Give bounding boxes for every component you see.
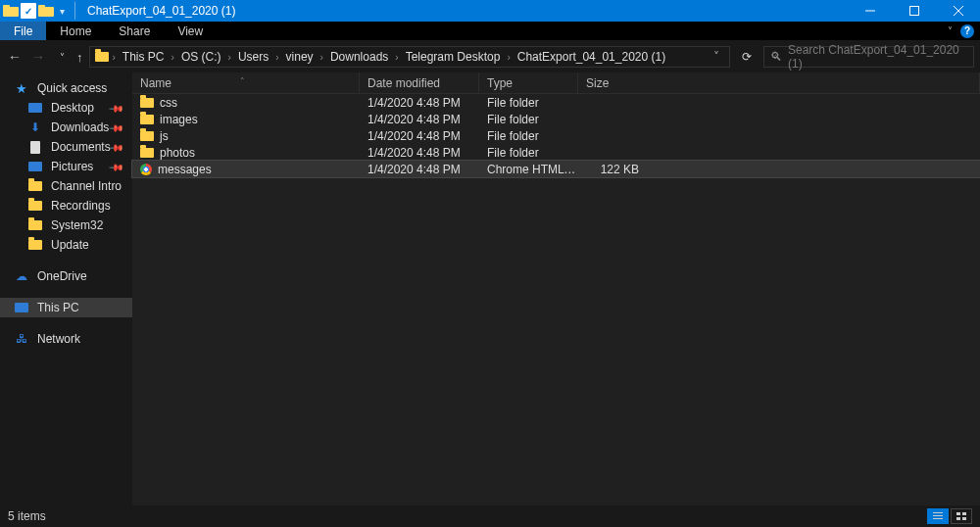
file-date: 1/4/2020 4:48 PM bbox=[360, 163, 479, 176]
sidebar-item-downloads[interactable]: ⬇ Downloads 📌 bbox=[0, 118, 132, 137]
crumb-telegram[interactable]: Telegram Desktop bbox=[402, 50, 505, 64]
close-button[interactable] bbox=[936, 0, 980, 22]
sidebar-item-onedrive[interactable]: ☁ OneDrive bbox=[0, 266, 132, 286]
minimize-button[interactable] bbox=[848, 0, 892, 22]
qat-properties-icon[interactable]: ✓ bbox=[21, 3, 36, 19]
qat-newfolder-icon[interactable] bbox=[38, 5, 54, 17]
sidebar-item-update[interactable]: Update bbox=[0, 235, 132, 255]
crumb-sep-icon[interactable]: › bbox=[110, 52, 119, 63]
file-date: 1/4/2020 4:48 PM bbox=[360, 146, 479, 160]
pin-icon: 📌 bbox=[109, 100, 124, 116]
sidebar-item-label: Pictures bbox=[51, 160, 93, 173]
pin-icon: 📌 bbox=[109, 139, 124, 155]
ribbon-expand-icon[interactable]: ˅ bbox=[948, 25, 953, 36]
table-row[interactable]: css1/4/2020 4:48 PMFile folder bbox=[132, 94, 980, 111]
table-row[interactable]: messages1/4/2020 4:48 PMChrome HTML Docu… bbox=[132, 161, 980, 177]
file-name: js bbox=[160, 129, 169, 143]
column-size[interactable]: Size bbox=[578, 72, 980, 93]
desktop-icon bbox=[28, 103, 42, 113]
file-size: 122 KB bbox=[578, 163, 647, 176]
crumb-current[interactable]: ChatExport_04_01_2020 (1) bbox=[514, 50, 669, 64]
sidebar-item-desktop[interactable]: Desktop 📌 bbox=[0, 98, 132, 118]
file-date: 1/4/2020 4:48 PM bbox=[360, 129, 479, 143]
nav-row: ← → ˅ ↑ › This PC › OS (C:) › Users › vi… bbox=[0, 41, 980, 72]
column-type[interactable]: Type bbox=[479, 72, 578, 93]
tab-share[interactable]: Share bbox=[105, 22, 164, 40]
tab-file[interactable]: File bbox=[0, 22, 46, 40]
pc-icon bbox=[15, 303, 28, 312]
app-folder-icon bbox=[3, 5, 19, 17]
document-icon bbox=[30, 141, 40, 154]
column-date[interactable]: Date modified bbox=[360, 72, 479, 93]
download-icon: ⬇ bbox=[27, 120, 43, 134]
help-icon[interactable]: ? bbox=[960, 24, 974, 38]
nav-history-icon[interactable]: ˅ bbox=[53, 52, 71, 63]
nav-forward-button[interactable]: → bbox=[29, 49, 47, 65]
sidebar-item-quick-access[interactable]: ★ Quick access bbox=[0, 78, 132, 98]
pin-icon: 📌 bbox=[109, 120, 124, 135]
table-row[interactable]: images1/4/2020 4:48 PMFile folder bbox=[132, 111, 980, 127]
crumb-sep-icon[interactable]: › bbox=[392, 52, 401, 63]
sidebar-item-this-pc[interactable]: This PC bbox=[0, 298, 132, 317]
sidebar-item-label: OneDrive bbox=[37, 269, 87, 283]
crumb-sep-icon[interactable]: › bbox=[169, 52, 177, 63]
search-placeholder: Search ChatExport_04_01_2020 (1) bbox=[788, 43, 967, 71]
view-details-button[interactable] bbox=[927, 508, 949, 524]
crumb-downloads[interactable]: Downloads bbox=[326, 50, 392, 64]
refresh-button[interactable]: ⟳ bbox=[736, 50, 758, 64]
sort-ascending-icon: ˄ bbox=[240, 76, 245, 86]
file-name: messages bbox=[158, 163, 212, 176]
file-name: css bbox=[160, 96, 177, 110]
sidebar-item-label: Update bbox=[51, 238, 89, 252]
sidebar-item-documents[interactable]: Documents 📌 bbox=[0, 137, 132, 157]
folder-icon bbox=[28, 181, 42, 191]
chrome-icon bbox=[140, 164, 152, 175]
sidebar-item-recordings[interactable]: Recordings bbox=[0, 196, 132, 216]
sidebar-item-label: Desktop bbox=[51, 101, 94, 115]
search-icon: 🔍︎ bbox=[770, 50, 782, 64]
nav-back-button[interactable]: ← bbox=[6, 49, 24, 65]
column-headers: Name ˄ Date modified Type Size bbox=[132, 72, 980, 94]
file-date: 1/4/2020 4:48 PM bbox=[360, 96, 479, 110]
tab-home[interactable]: Home bbox=[46, 22, 105, 40]
title-separator bbox=[74, 2, 75, 20]
crumb-sep-icon[interactable]: › bbox=[272, 52, 281, 63]
sidebar-item-label: Quick access bbox=[37, 81, 107, 95]
search-input[interactable]: 🔍︎ Search ChatExport_04_01_2020 (1) bbox=[763, 46, 974, 68]
sidebar-item-label: Channel Intro bbox=[51, 179, 122, 193]
sidebar-item-system32[interactable]: System32 bbox=[0, 216, 132, 235]
folder-icon bbox=[28, 240, 42, 250]
file-type: File folder bbox=[479, 96, 578, 110]
crumb-sep-icon[interactable]: › bbox=[225, 52, 234, 63]
folder-icon bbox=[28, 220, 42, 230]
file-type: Chrome HTML Docu… bbox=[479, 163, 578, 176]
address-dropdown-icon[interactable]: ˅ bbox=[713, 50, 719, 64]
table-row[interactable]: js1/4/2020 4:48 PMFile folder bbox=[132, 127, 980, 144]
crumb-viney[interactable]: viney bbox=[282, 50, 318, 64]
address-bar[interactable]: › This PC › OS (C:) › Users › viney › Do… bbox=[89, 46, 731, 68]
folder-icon bbox=[140, 98, 154, 108]
table-row[interactable]: photos1/4/2020 4:48 PMFile folder bbox=[132, 144, 980, 161]
view-icons-button[interactable] bbox=[951, 508, 972, 524]
tab-view[interactable]: View bbox=[164, 22, 217, 40]
folder-icon bbox=[140, 148, 154, 158]
nav-up-button[interactable]: ↑ bbox=[76, 50, 83, 65]
file-list: Name ˄ Date modified Type Size css1/4/20… bbox=[132, 72, 980, 505]
star-icon: ★ bbox=[14, 81, 29, 95]
maximize-button[interactable] bbox=[892, 0, 936, 22]
column-name[interactable]: Name ˄ bbox=[132, 72, 360, 93]
crumb-users[interactable]: Users bbox=[234, 50, 272, 64]
crumb-this-pc[interactable]: This PC bbox=[119, 50, 169, 64]
nav-sidebar: ★ Quick access Desktop 📌 ⬇ Downloads 📌 D… bbox=[0, 72, 132, 505]
sidebar-item-label: Network bbox=[37, 332, 80, 346]
qat-customize-icon[interactable]: ▾ bbox=[56, 6, 69, 17]
sidebar-item-network[interactable]: 🖧 Network bbox=[0, 329, 132, 349]
crumb-sep-icon[interactable]: › bbox=[318, 52, 326, 63]
crumb-os-c[interactable]: OS (C:) bbox=[177, 50, 225, 64]
crumb-sep-icon[interactable]: › bbox=[504, 52, 513, 63]
sidebar-item-pictures[interactable]: Pictures 📌 bbox=[0, 157, 132, 176]
sidebar-item-channel-intro[interactable]: Channel Intro bbox=[0, 176, 132, 196]
status-bar: 5 items bbox=[0, 505, 980, 527]
file-type: File folder bbox=[479, 129, 578, 143]
sidebar-item-label: System32 bbox=[51, 218, 103, 232]
